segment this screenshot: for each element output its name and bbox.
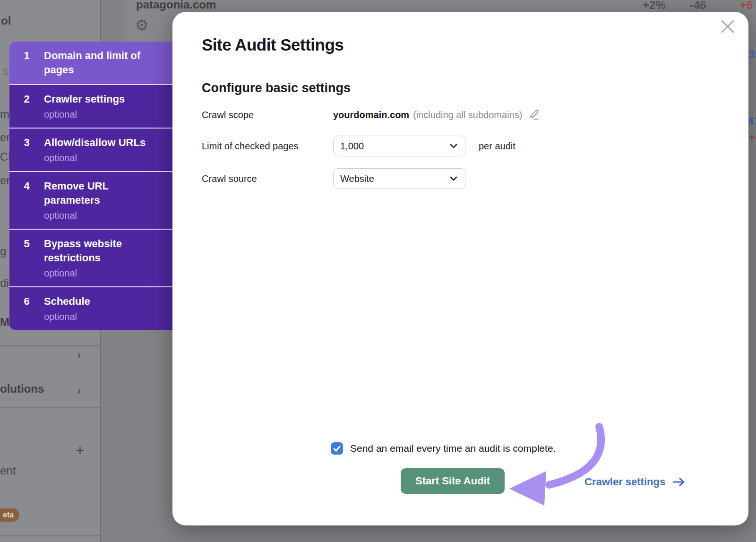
crawl-source-label: Crawl source: [202, 173, 333, 184]
bg-partial-m: m: [0, 108, 9, 121]
crawl-scope-label: Crawl scope: [202, 110, 333, 120]
background-row-divider: [0, 535, 100, 536]
step-optional-label: optional: [44, 152, 165, 164]
section-heading: Configure basic settings: [202, 81, 351, 95]
step-bypass-restrictions[interactable]: 5 Bypass website restrictions optional: [9, 229, 172, 286]
bg-metric: 39: [748, 48, 756, 61]
step-number: 2: [9, 92, 44, 120]
step-remove-url-parameters[interactable]: 4 Remove URL parameters optional: [9, 171, 172, 229]
step-title: Remove URL parameters: [44, 179, 161, 207]
bg-metric: +6: [740, 0, 753, 12]
step-number: 4: [9, 179, 44, 222]
crawl-source-select-value: Website: [340, 173, 449, 184]
step-title: Crawler settings: [44, 92, 161, 106]
step-title: Domain and limit of pages: [44, 49, 161, 77]
bg-project-domain: patagonia.com: [136, 0, 216, 11]
step-optional-label: optional: [44, 267, 165, 279]
email-checkbox-row: Send an email every time an audit is com…: [331, 442, 556, 455]
step-title: Bypass website restrictions: [44, 237, 161, 265]
site-audit-settings-modal: Site Audit Settings Configure basic sett…: [172, 12, 748, 525]
edit-pencil-icon[interactable]: [528, 109, 540, 121]
bg-metric: 41: [747, 114, 756, 128]
chevron-right-icon: ›: [77, 383, 80, 398]
limit-select-value: 1,000: [340, 141, 449, 152]
limit-label: Limit of checked pages: [202, 141, 333, 152]
step-optional-label: optional: [44, 108, 165, 120]
crawl-scope-domain: yourdomain.com: [333, 110, 409, 120]
bg-partial-g: g: [0, 245, 6, 258]
email-checkbox-label: Send an email every time an audit is com…: [350, 443, 556, 454]
screen: ol SI m en Ch er g di Ma olutions ent › …: [0, 0, 756, 542]
modal-title: Site Audit Settings: [202, 35, 344, 54]
bg-metric: +2%: [643, 0, 666, 12]
step-title: Allow/disallow URLs: [44, 136, 161, 150]
limit-suffix: per audit: [479, 141, 515, 152]
bg-partial-ent: ent: [0, 464, 16, 477]
step-number: 5: [9, 237, 44, 279]
chevron-down-icon: [449, 173, 458, 184]
background-row-divider: [0, 345, 100, 346]
step-crawler-settings[interactable]: 2 Crawler settings optional: [9, 84, 172, 128]
arrow-right-icon: [672, 477, 686, 487]
bg-metric: +4: [748, 131, 756, 144]
limit-row: Limit of checked pages 1,000 per audit: [202, 136, 515, 156]
bg-partial-er: er: [0, 174, 10, 187]
chevron-down-icon: [449, 141, 458, 152]
crawl-source-select[interactable]: Website: [333, 168, 465, 189]
step-optional-label: optional: [44, 209, 165, 222]
step-optional-label: optional: [44, 310, 165, 323]
email-checkbox[interactable]: [331, 442, 343, 455]
step-number: 1: [9, 49, 44, 77]
close-icon[interactable]: [719, 18, 736, 35]
step-number: 3: [9, 136, 44, 164]
wizard-steps-panel: 1 Domain and limit of pages 2 Crawler se…: [9, 42, 172, 330]
bg-partial-tool: ol: [1, 14, 11, 27]
bg-partial-di: di: [0, 276, 9, 290]
crawler-settings-link[interactable]: Crawler settings: [584, 476, 686, 488]
step-schedule[interactable]: 6 Schedule optional: [9, 286, 172, 330]
step-title: Schedule: [44, 294, 161, 309]
bg-partial-solutions: olutions: [0, 382, 44, 396]
step-allow-disallow-urls[interactable]: 3 Allow/disallow URLs optional: [9, 128, 172, 171]
chevron-right-icon: ›: [77, 347, 80, 362]
bg-metric: -46: [690, 0, 706, 12]
background-row-divider: [0, 407, 100, 408]
crawl-scope-note: (including all subdomains): [413, 110, 522, 120]
start-site-audit-button[interactable]: Start Site Audit: [401, 468, 505, 494]
gear-icon: ⚙: [135, 16, 149, 34]
step-number: 6: [9, 294, 44, 323]
crawl-scope-row: Crawl scope yourdomain.com (including al…: [202, 104, 540, 125]
crawl-source-row: Crawl source Website: [202, 168, 465, 189]
plus-icon: +: [76, 442, 85, 459]
step-domain-and-limit[interactable]: 1 Domain and limit of pages: [9, 42, 172, 84]
beta-badge: eta: [0, 508, 19, 522]
crawler-settings-link-label: Crawler settings: [584, 476, 665, 488]
limit-select[interactable]: 1,000: [333, 136, 465, 156]
